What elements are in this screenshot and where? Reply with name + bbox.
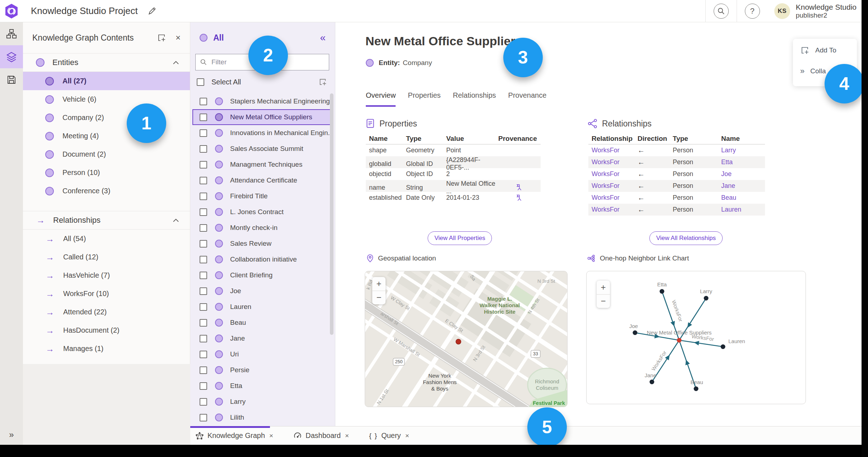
app-logo[interactable] xyxy=(0,0,23,22)
relationship-type-item-hasdocument[interactable]: → HasDocument (2) xyxy=(23,321,190,340)
item-checkbox[interactable] xyxy=(200,161,207,169)
node-etta[interactable] xyxy=(660,289,664,294)
list-item[interactable]: Firebird Title xyxy=(192,188,331,204)
list-item[interactable]: Jane xyxy=(192,331,331,346)
entity-link[interactable]: Joe xyxy=(721,170,765,178)
add-to-button[interactable]: Add To xyxy=(793,41,857,60)
list-item[interactable]: Persie xyxy=(192,362,331,378)
list-item[interactable]: Attendance Certificate xyxy=(192,172,331,188)
entity-link[interactable]: Lauren xyxy=(721,206,765,213)
node-joe[interactable] xyxy=(633,331,638,335)
provenance-flag-icon[interactable] xyxy=(515,194,523,202)
relationship-type-item-all[interactable]: → All (54) xyxy=(23,230,190,248)
select-all-checkbox[interactable] xyxy=(197,78,204,86)
item-checkbox[interactable] xyxy=(200,414,207,421)
list-item[interactable]: Montly check-in xyxy=(192,220,331,236)
item-checkbox[interactable] xyxy=(200,208,207,216)
item-checkbox[interactable] xyxy=(200,114,207,121)
provenance-flag-icon[interactable] xyxy=(515,183,523,192)
item-checkbox[interactable] xyxy=(200,177,207,184)
node-lauren[interactable] xyxy=(721,345,725,349)
list-item[interactable]: Staplers Mechanical Engineering xyxy=(192,93,331,109)
avatar[interactable]: KS xyxy=(774,3,790,19)
item-checkbox[interactable] xyxy=(200,240,207,248)
item-checkbox[interactable] xyxy=(200,224,207,232)
add-to-new-icon[interactable] xyxy=(318,78,327,86)
relationship-link[interactable]: WorksFor xyxy=(588,182,638,190)
list-item-selected[interactable]: New Metal Office Suppliers xyxy=(192,109,331,125)
edit-title-button[interactable] xyxy=(147,6,157,16)
tab-provenance[interactable]: Provenance xyxy=(508,91,547,107)
list-item[interactable]: Joe xyxy=(192,283,331,299)
help-button[interactable]: ? xyxy=(745,4,760,19)
list-item[interactable]: Innovations in Mechanical Engin... xyxy=(192,125,331,141)
entity-link[interactable]: Etta xyxy=(721,158,765,166)
list-item[interactable]: Lauren xyxy=(192,299,331,315)
list-item[interactable]: Etta xyxy=(192,378,331,394)
entity-link[interactable]: Beau xyxy=(721,194,765,202)
search-button[interactable] xyxy=(714,4,729,19)
item-checkbox[interactable] xyxy=(200,98,207,105)
relationship-link[interactable]: WorksFor xyxy=(588,194,638,202)
list-item[interactable]: Sales Review xyxy=(192,236,331,251)
relationship-type-item-attended[interactable]: → Attended (22) xyxy=(23,303,190,321)
item-checkbox[interactable] xyxy=(200,272,207,279)
relationship-type-item-worksfor[interactable]: → WorksFor (10) xyxy=(23,285,190,303)
collapse-panel-button[interactable]: « xyxy=(320,32,326,43)
tab-knowledge-graph[interactable]: Knowledge Graph × xyxy=(195,431,273,440)
item-checkbox[interactable] xyxy=(200,256,207,263)
list-item[interactable]: Uri xyxy=(192,346,331,362)
zoom-in-button[interactable]: + xyxy=(597,281,610,295)
view-all-properties-button[interactable]: View All Properties xyxy=(428,231,492,245)
rail-expand-button[interactable]: » xyxy=(0,430,23,440)
user-info[interactable]: Knowledge Studio publisher2 xyxy=(796,3,857,19)
group-relationships[interactable]: → Relationships xyxy=(23,211,190,230)
list-item[interactable]: Collaboration initiative xyxy=(192,251,331,267)
list-item[interactable]: Client Briefing xyxy=(192,267,331,283)
list-item[interactable]: Beau xyxy=(192,315,331,331)
node-larry[interactable] xyxy=(704,296,709,301)
item-checkbox[interactable] xyxy=(200,303,207,311)
entity-link[interactable]: Jane xyxy=(721,182,765,190)
rail-item-save[interactable] xyxy=(0,68,23,91)
close-panel-button[interactable]: × xyxy=(176,33,181,43)
entity-type-item-person[interactable]: Person (10) xyxy=(23,163,190,182)
item-checkbox[interactable] xyxy=(200,145,207,153)
node-beau[interactable] xyxy=(694,387,699,391)
tab-overview[interactable]: Overview xyxy=(366,91,396,107)
list-item[interactable]: Sales Associate Summit xyxy=(192,141,331,157)
item-checkbox[interactable] xyxy=(200,366,207,374)
rail-item-data-model[interactable] xyxy=(0,22,23,45)
close-tab-icon[interactable]: × xyxy=(269,432,273,440)
item-checkbox[interactable] xyxy=(200,335,207,342)
rail-item-layers[interactable] xyxy=(0,45,23,68)
zoom-in-button[interactable]: + xyxy=(372,277,386,291)
tab-query[interactable]: { } Query × xyxy=(369,431,409,440)
relationship-link[interactable]: WorksFor xyxy=(588,170,638,178)
list-item[interactable]: Lilith xyxy=(192,410,331,425)
relationship-link[interactable]: WorksFor xyxy=(588,158,638,166)
view-all-relationships-button[interactable]: View All Relationships xyxy=(649,231,723,245)
one-hop-link-chart[interactable]: WorksFor WorksFor WorksFor Etta Larry J xyxy=(586,271,806,404)
geospatial-map[interactable]: W Clay St E Clay St arshall St W Marshal… xyxy=(365,271,568,407)
relationship-link[interactable]: WorksFor xyxy=(588,147,638,154)
group-entities[interactable]: Entities xyxy=(23,53,190,72)
item-checkbox[interactable] xyxy=(200,351,207,358)
relationship-link[interactable]: WorksFor xyxy=(588,206,638,213)
entity-type-item-document[interactable]: Document (2) xyxy=(23,145,190,163)
item-checkbox[interactable] xyxy=(200,398,207,406)
list-item[interactable]: L. Jones Contract xyxy=(192,204,331,220)
zoom-out-button[interactable]: − xyxy=(372,291,386,305)
add-to-map-button[interactable] xyxy=(157,33,166,42)
relationship-type-item-hasvehicle[interactable]: → HasVehicle (7) xyxy=(23,266,190,285)
entity-link[interactable]: Larry xyxy=(721,147,765,154)
node-center[interactable] xyxy=(677,338,682,343)
item-checkbox[interactable] xyxy=(200,129,207,137)
relationship-type-item-called[interactable]: → Called (12) xyxy=(23,248,190,266)
item-checkbox[interactable] xyxy=(200,319,207,327)
tab-relationships[interactable]: Relationships xyxy=(453,91,496,107)
entity-type-item-all[interactable]: All (27) xyxy=(23,72,190,90)
item-checkbox[interactable] xyxy=(200,193,207,200)
entity-type-item-vehicle[interactable]: Vehicle (6) xyxy=(23,90,190,109)
scrollbar-thumb[interactable] xyxy=(330,93,333,335)
